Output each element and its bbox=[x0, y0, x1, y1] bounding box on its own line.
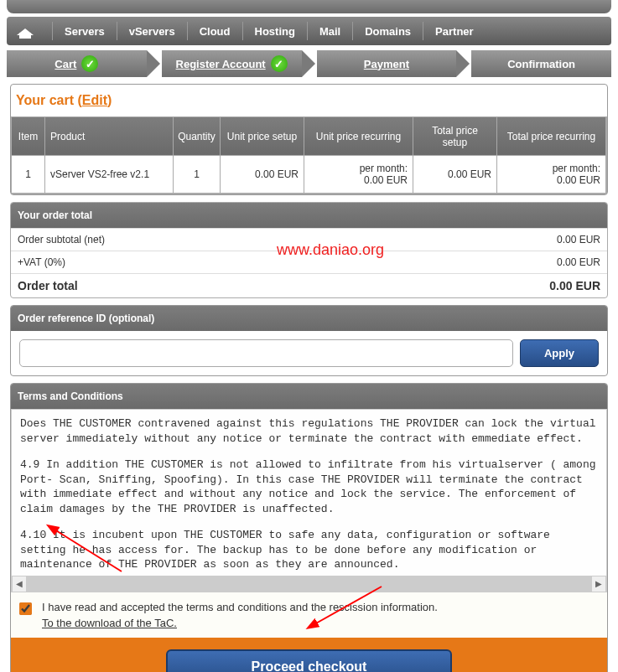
td-unit-recurring: per month:0.00 EUR bbox=[304, 156, 413, 194]
step-register[interactable]: Register Account✓ bbox=[162, 50, 302, 77]
reference-header: Order reference ID (optional) bbox=[11, 306, 607, 331]
terms-paragraph: 4.10 It is incubent upon THE CUSTOMER to… bbox=[20, 528, 598, 572]
terms-paragraph: Does THE CUSTOMER contravened against th… bbox=[20, 416, 598, 446]
top-banner bbox=[7, 0, 611, 13]
nav-separator bbox=[52, 22, 53, 40]
td-total-recurring: per month:0.00 EUR bbox=[497, 156, 606, 194]
home-icon[interactable] bbox=[17, 23, 34, 39]
recurring-value: 0.00 EUR bbox=[557, 174, 600, 186]
nav-separator bbox=[423, 22, 423, 40]
totals-header: Your order total bbox=[11, 203, 607, 228]
step-register-label: Register Account bbox=[176, 58, 266, 70]
vat-label: +VAT (0%) bbox=[18, 256, 65, 268]
reference-card: Order reference ID (optional) Apply bbox=[10, 305, 608, 376]
th-total-recurring: Total price recurring bbox=[497, 117, 606, 156]
nav-separator bbox=[117, 22, 117, 40]
step-confirmation: Confirmation bbox=[471, 50, 611, 77]
step-payment-label: Payment bbox=[364, 58, 409, 70]
accept-terms-label: I have read and accepted the terms and c… bbox=[42, 601, 438, 613]
td-total-setup: 0.00 EUR bbox=[413, 156, 497, 194]
recurring-value: 0.00 EUR bbox=[364, 174, 408, 186]
th-quantity: Quantity bbox=[174, 117, 221, 156]
step-confirmation-label: Confirmation bbox=[507, 58, 575, 70]
horizontal-scrollbar[interactable]: ◀ ▶ bbox=[11, 576, 607, 592]
check-icon: ✓ bbox=[271, 55, 288, 72]
download-tac-link[interactable]: To the download of the TaC. bbox=[42, 617, 177, 629]
check-icon: ✓ bbox=[81, 55, 98, 72]
proceed-bar: Proceed checkout bbox=[11, 638, 607, 672]
nav-partner[interactable]: Partner bbox=[435, 25, 474, 38]
nav-separator bbox=[242, 22, 243, 40]
edit-cart-link[interactable]: Edit bbox=[82, 93, 107, 107]
nav-separator bbox=[352, 22, 353, 40]
td-item: 1 bbox=[12, 156, 45, 194]
cart-title: Your cart (Edit) bbox=[11, 85, 607, 116]
th-item: Item bbox=[12, 117, 45, 156]
reference-input[interactable] bbox=[19, 339, 513, 367]
main-nav: Servers vServers Cloud Hosting Mail Doma… bbox=[7, 17, 611, 45]
subtotal-row: Order subtotal (net) 0.00 EUR bbox=[11, 228, 607, 251]
terms-text-area[interactable]: Does THE CUSTOMER contravened against th… bbox=[11, 409, 607, 576]
vat-row: +VAT (0%) 0.00 EUR bbox=[11, 251, 607, 273]
apply-button[interactable]: Apply bbox=[520, 339, 599, 367]
td-unit-setup: 0.00 EUR bbox=[221, 156, 304, 194]
accept-terms-row: I have read and accepted the terms and c… bbox=[11, 592, 607, 638]
scroll-right-icon[interactable]: ▶ bbox=[591, 576, 606, 592]
td-product: vServer VS2-free v2.1 bbox=[45, 156, 174, 194]
step-payment[interactable]: Payment bbox=[317, 50, 457, 77]
th-unit-recurring: Unit price recurring bbox=[304, 117, 413, 156]
nav-hosting[interactable]: Hosting bbox=[255, 25, 295, 38]
cart-title-suffix: ) bbox=[107, 93, 112, 107]
nav-domains[interactable]: Domains bbox=[365, 25, 411, 38]
accept-terms-checkbox[interactable] bbox=[19, 602, 32, 615]
step-cart[interactable]: Cart✓ bbox=[7, 50, 147, 77]
order-total-row: Order total 0.00 EUR bbox=[11, 273, 607, 297]
terms-paragraph: 4.9 In addition THE CUSTOMER is not allo… bbox=[20, 457, 598, 516]
nav-cloud[interactable]: Cloud bbox=[200, 25, 231, 38]
terms-header: Terms and Conditions bbox=[11, 384, 607, 409]
td-quantity: 1 bbox=[174, 156, 221, 194]
checkout-steps: Cart✓ Register Account✓ Payment Confirma… bbox=[7, 50, 611, 77]
order-total-label: Order total bbox=[18, 279, 78, 292]
totals-card: Your order total Order subtotal (net) 0.… bbox=[10, 202, 608, 298]
cart-table: Item Product Quantity Unit price setup U… bbox=[11, 116, 607, 194]
cart-card: Your cart (Edit) Item Product Quantity U… bbox=[10, 84, 608, 195]
subtotal-label: Order subtotal (net) bbox=[18, 234, 105, 246]
recurring-label: per month: bbox=[553, 163, 600, 174]
recurring-label: per month: bbox=[360, 163, 408, 174]
cart-title-prefix: Your cart ( bbox=[16, 93, 82, 107]
terms-card: Terms and Conditions Does THE CUSTOMER c… bbox=[10, 383, 608, 672]
scroll-track[interactable] bbox=[27, 576, 591, 592]
nav-vservers[interactable]: vServers bbox=[129, 25, 175, 38]
order-total-value: 0.00 EUR bbox=[549, 279, 600, 292]
nav-separator bbox=[187, 22, 188, 40]
nav-servers[interactable]: Servers bbox=[65, 25, 105, 38]
nav-mail[interactable]: Mail bbox=[319, 25, 340, 38]
th-total-setup: Total price setup bbox=[413, 117, 497, 156]
th-unit-setup: Unit price setup bbox=[221, 117, 304, 156]
subtotal-value: 0.00 EUR bbox=[557, 234, 600, 246]
th-product: Product bbox=[45, 117, 174, 156]
step-cart-label: Cart bbox=[55, 58, 76, 70]
nav-separator bbox=[307, 22, 308, 40]
scroll-left-icon[interactable]: ◀ bbox=[12, 576, 27, 592]
vat-value: 0.00 EUR bbox=[557, 256, 600, 268]
proceed-checkout-button[interactable]: Proceed checkout bbox=[166, 649, 453, 672]
